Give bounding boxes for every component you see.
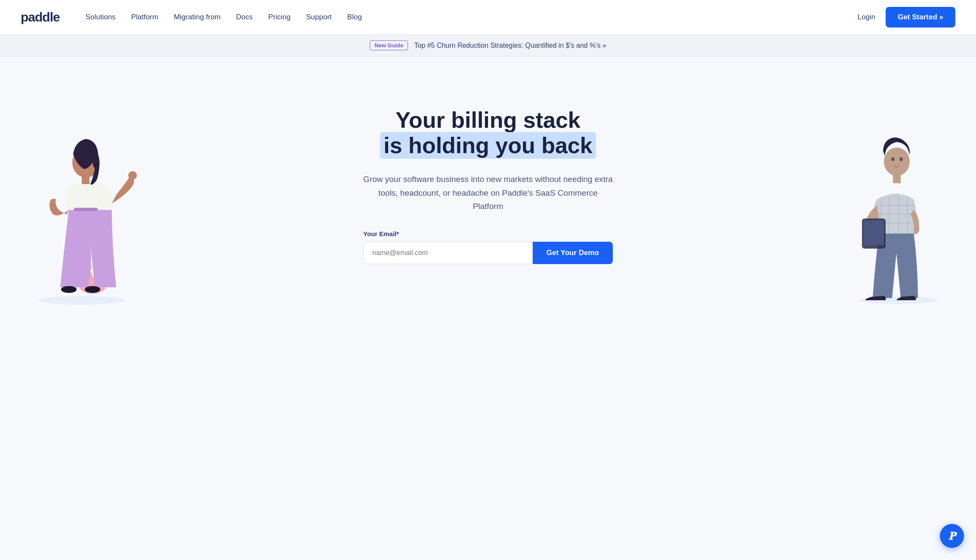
nav-item-support[interactable]: Support [306, 13, 332, 22]
hero-illustration-left [26, 124, 138, 306]
nav-item-docs[interactable]: Docs [236, 13, 253, 22]
svg-point-27 [891, 157, 895, 161]
svg-point-12 [61, 286, 77, 293]
hero-illustration-right [847, 120, 950, 306]
logo[interactable]: paddle [21, 10, 60, 25]
hero-center: Your billing stack is holding you back G… [363, 108, 613, 265]
get-started-button[interactable]: Get Started » [886, 7, 955, 28]
nav-item-solutions[interactable]: Solutions [86, 13, 116, 22]
login-link[interactable]: Login [858, 13, 876, 22]
hero-title-highlight: is holding you back [380, 132, 596, 159]
svg-point-11 [89, 158, 92, 163]
svg-point-7 [128, 171, 137, 180]
announcement-text: Top #5 Churn Reduction Strategies: Quant… [414, 42, 606, 49]
get-demo-button[interactable]: Get Your Demo [533, 242, 613, 264]
new-guide-badge: New Guide [370, 40, 408, 50]
svg-point-10 [80, 158, 83, 163]
hero-title-line1: Your billing stack [395, 108, 581, 132]
svg-point-0 [39, 296, 125, 305]
email-label: Your Email* [363, 230, 613, 237]
svg-point-13 [85, 286, 100, 293]
main-nav: paddle Solutions Platform Migrating from… [0, 0, 976, 34]
announcement-bar[interactable]: New Guide Top #5 Churn Reduction Strateg… [0, 34, 976, 57]
svg-rect-24 [864, 220, 884, 245]
nav-item-platform[interactable]: Platform [131, 13, 158, 22]
hero-subtitle: Grow your software business into new mar… [363, 172, 613, 213]
hero-form-container: Your Email* Get Your Demo [363, 230, 613, 264]
nav-item-migrating[interactable]: Migrating from [174, 13, 221, 22]
hero-form: Get Your Demo [363, 242, 613, 264]
svg-point-28 [899, 157, 903, 161]
svg-rect-14 [74, 208, 98, 211]
nav-links: Solutions Platform Migrating from Docs P… [86, 13, 858, 22]
nav-right: Login Get Started » [858, 7, 955, 28]
nav-item-blog[interactable]: Blog [347, 13, 362, 22]
email-input[interactable] [363, 242, 533, 264]
hero-title: Your billing stack is holding you back [363, 108, 613, 159]
paddle-float-icon: 𝐏 [948, 530, 955, 542]
paddle-float-button[interactable]: 𝐏 [940, 524, 964, 548]
hero-section: Your billing stack is holding you back G… [0, 57, 976, 323]
nav-item-pricing[interactable]: Pricing [268, 13, 290, 22]
svg-point-26 [884, 148, 910, 176]
